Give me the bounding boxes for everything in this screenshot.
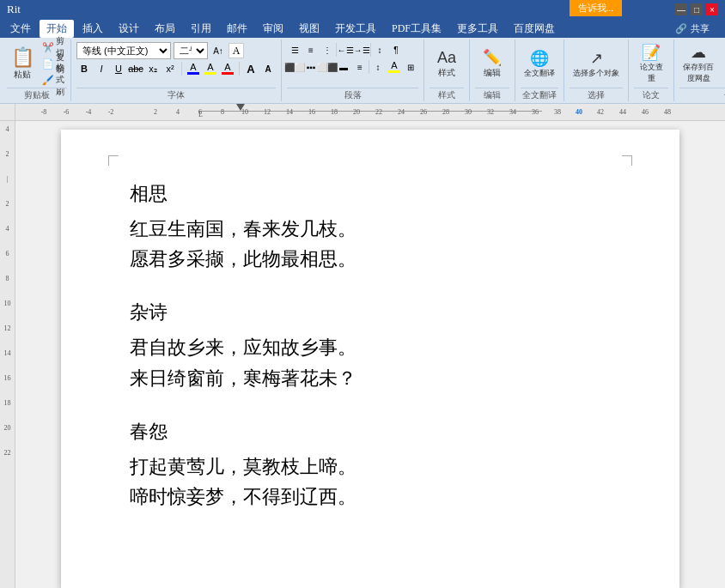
title-text: Rit xyxy=(7,3,21,16)
increase-indent-btn[interactable]: →☰ xyxy=(354,42,369,58)
window-controls: — □ × xyxy=(675,3,718,15)
style-label: 样式 xyxy=(430,88,464,101)
shading-btn[interactable]: A xyxy=(387,59,402,75)
subscript-button[interactable]: x₂ xyxy=(145,61,161,76)
menu-design[interactable]: 设计 xyxy=(112,20,146,38)
fulltext-group: 🌐 全文翻译 全文翻译 xyxy=(515,39,564,101)
page-corner-tr xyxy=(622,155,632,166)
border-btn[interactable]: ⊞ xyxy=(403,59,418,75)
align-right-btn[interactable]: ⬜⬛ xyxy=(320,59,335,75)
menu-references[interactable]: 引用 xyxy=(184,20,218,38)
show-para-btn[interactable]: ¶ xyxy=(388,42,404,58)
page-container[interactable]: 相思 红豆生南国，春来发几枝。 愿君多采撷，此物最相思。 杂诗 君自故乡来，应知… xyxy=(15,121,725,588)
line-spacing-btn[interactable]: ↕ xyxy=(370,59,386,75)
poem-2-line-1: 君自故乡来，应知故乡事。 xyxy=(130,332,611,362)
menu-file[interactable]: 文件 xyxy=(3,20,38,38)
menu-review[interactable]: 审阅 xyxy=(256,20,290,38)
text-highlight-button[interactable]: A xyxy=(203,61,218,76)
page-corner-tl xyxy=(108,155,119,166)
underline-button[interactable]: U xyxy=(111,61,126,76)
edit-button[interactable]: ✏️ 编辑 xyxy=(475,42,509,85)
close-button[interactable]: × xyxy=(706,3,718,15)
vertical-ruler: 4 2 | 2 4 6 8 10 12 14 16 18 20 22 xyxy=(0,121,15,588)
italic-button[interactable]: I xyxy=(94,61,109,76)
share-btn[interactable]: 🔗共享 xyxy=(670,22,722,35)
select-group: ↗ 选择多个对象 选择 xyxy=(564,39,629,101)
document-page[interactable]: 相思 红豆生南国，春来发几枝。 愿君多采撷，此物最相思。 杂诗 君自故乡来，应知… xyxy=(61,130,679,588)
list-multilevel-btn[interactable]: ⋮ xyxy=(320,42,335,58)
poem-3-line-1: 打起黄莺儿，莫教枝上啼。 xyxy=(130,452,611,482)
sort-btn[interactable]: ↕ xyxy=(372,42,387,58)
list-number-btn[interactable]: ≡ xyxy=(303,42,319,58)
font-size-select[interactable]: 二号 xyxy=(174,42,208,59)
poem-2-title: 杂诗 xyxy=(130,300,611,325)
menu-baidu[interactable]: 百度网盘 xyxy=(507,20,562,38)
align-left-btn[interactable]: ⬛⬜ xyxy=(287,59,302,75)
align-justify-lo-btn[interactable]: ≡ xyxy=(352,59,368,75)
para-group: ☰ ≡ ⋮ ←☰ →☰ ↕ ¶ ⬛⬜ ▪▪▪ ⬜⬛ ▬ ≡ xyxy=(282,39,424,101)
minimize-button[interactable]: — xyxy=(675,3,687,15)
paper-group: 📝 论文查重 论文 xyxy=(629,39,674,101)
fulltext-label: 全文翻译 xyxy=(521,88,558,101)
menu-mail[interactable]: 邮件 xyxy=(220,20,254,38)
doc-area: 4 2 | 2 4 6 8 10 12 14 16 18 20 22 相思 红豆… xyxy=(0,121,725,588)
edit-label: 编辑 xyxy=(475,88,509,101)
save-baidu-button[interactable]: ☁ 保存到百度网盘 xyxy=(679,42,717,85)
bold-button[interactable]: B xyxy=(76,61,92,76)
font-name-select[interactable]: 等线 (中文正文) xyxy=(76,42,171,59)
menu-more[interactable]: 更多工具 xyxy=(450,20,505,38)
newgroup-button[interactable]: + 新建组 xyxy=(719,42,725,85)
font-color-button[interactable]: A xyxy=(220,61,235,76)
poem-1-line-1: 红豆生南国，春来发几枝。 xyxy=(130,214,611,244)
superscript-button[interactable]: x² xyxy=(162,61,178,76)
poem-2-line-2: 来日绮窗前，寒梅著花未？ xyxy=(130,363,611,393)
save-baidu-group: ☁ 保存到百度网盘 + 新建组 💾 保存 保存 xyxy=(674,39,725,101)
strikethrough-button[interactable]: abc xyxy=(128,61,143,76)
text-effect-button[interactable]: A xyxy=(186,61,201,76)
clipboard-label: 剪贴板 xyxy=(7,88,67,101)
horizontal-ruler: L -8 -6 -4 -2 2 4 6 8 10 12 14 xyxy=(15,104,725,121)
menu-layout[interactable]: 布局 xyxy=(148,20,182,38)
list-bullet-btn[interactable]: ☰ xyxy=(287,42,302,58)
font-size-up-btn[interactable]: A xyxy=(243,61,259,76)
paste-button[interactable]: 📋 粘贴 xyxy=(7,42,38,85)
clipboard-group: 📋 粘贴 ✂️ 剪切 📄 复制 🖌️ 格式刷 剪贴板 xyxy=(3,39,71,101)
ruler-corner xyxy=(0,104,15,121)
style-group: Aa 样式 样式 xyxy=(424,39,470,101)
poem-2: 杂诗 君自故乡来，应知故乡事。 来日绮窗前，寒梅著花未？ xyxy=(130,300,611,392)
decrease-indent-btn[interactable]: ←☰ xyxy=(338,42,353,58)
ribbon: 📋 粘贴 ✂️ 剪切 📄 复制 🖌️ 格式刷 剪贴板 等线 (中文正文) xyxy=(0,38,725,104)
font-grow-btn[interactable]: A↑ xyxy=(210,43,226,58)
paper-button[interactable]: 📝 论文查重 xyxy=(634,42,668,85)
select-button[interactable]: ↗ 选择多个对象 xyxy=(570,42,623,85)
ruler-area: L -8 -6 -4 -2 2 4 6 8 10 12 14 xyxy=(0,104,725,121)
select-label: 选择 xyxy=(570,88,623,101)
font-label: 字体 xyxy=(76,88,276,101)
poem-1: 相思 红豆生南国，春来发几枝。 愿君多采撷，此物最相思。 xyxy=(130,181,611,274)
poem-3: 春怨 打起黄莺儿，莫教枝上啼。 啼时惊妾梦，不得到辽西。 xyxy=(130,419,611,512)
paper-label: 论文 xyxy=(634,88,668,101)
menu-insert[interactable]: 插入 xyxy=(76,20,110,38)
poem-3-title: 春怨 xyxy=(130,419,611,445)
font-A-display: A xyxy=(228,43,244,58)
style-button[interactable]: Aa 样式 xyxy=(430,42,464,85)
menu-bar: 文件 开始 插入 设计 布局 引用 邮件 审阅 视图 开发工具 PDF工具集 更… xyxy=(0,19,725,38)
poem-1-line-2: 愿君多采撷，此物最相思。 xyxy=(130,244,611,274)
fulltext-button[interactable]: 🌐 全文翻译 xyxy=(521,42,558,85)
menu-developer[interactable]: 开发工具 xyxy=(328,20,383,38)
edit-group: ✏️ 编辑 编辑 xyxy=(470,39,515,101)
announce-bar[interactable]: 告诉我... xyxy=(570,0,622,16)
font-group: 等线 (中文正文) 二号 A↑ A B I U abc x₂ x² A xyxy=(71,39,282,101)
poem-3-line-2: 啼时惊妾梦，不得到辽西。 xyxy=(130,482,611,512)
font-size-down-btn[interactable]: A xyxy=(260,61,276,76)
poem-1-title: 相思 xyxy=(130,181,611,207)
menu-view[interactable]: 视图 xyxy=(292,20,326,38)
para-label: 段落 xyxy=(287,88,418,101)
maximize-button[interactable]: □ xyxy=(691,3,703,15)
save-label: 保存 xyxy=(679,88,725,101)
menu-pdf[interactable]: PDF工具集 xyxy=(385,20,448,38)
format-painter-button[interactable]: 🖌️ 格式刷 xyxy=(40,72,67,88)
align-justify-btn[interactable]: ▬ xyxy=(336,59,351,75)
